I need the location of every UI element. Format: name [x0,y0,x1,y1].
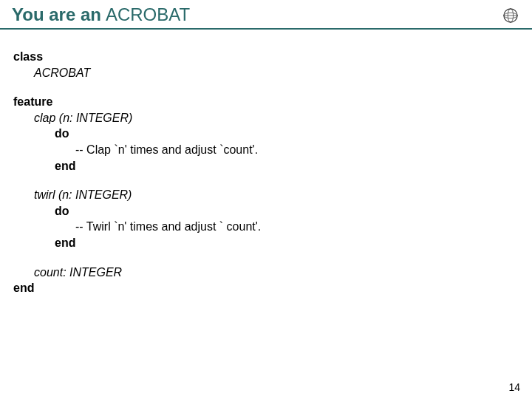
page-number: 14 [508,381,520,393]
feature-block: feature clap (n: INTEGER) do -- Clap `n'… [13,94,519,280]
end-keyword: end [55,236,75,249]
class-decl: class ACROBAT [13,49,519,81]
title-bold-part: You are an [12,4,101,25]
class-name: ACROBAT [34,66,90,79]
code-body: class ACROBAT feature clap (n: INTEGER) … [0,30,532,296]
end-keyword: end [55,160,75,172]
eth-globe-icon [502,7,519,24]
clap-comment: -- Clap `n' times and adjust `count'. [75,143,258,156]
feature-keyword: feature [13,95,52,108]
do-keyword: do [55,127,69,140]
class-keyword: class [13,50,43,63]
end-class-keyword: end [13,282,34,294]
clap-signature: clap (n: INTEGER) [34,112,132,124]
slide-title-bar: You are an ACROBAT [0,0,532,30]
twirl-routine: twirl (n: INTEGER) do -- Twirl `n' times… [13,187,519,250]
twirl-signature: twirl (n: INTEGER) [34,188,132,201]
do-keyword: do [55,205,69,217]
clap-routine: clap (n: INTEGER) do -- Clap `n' times a… [13,110,519,174]
twirl-comment: -- Twirl `n' times and adjust ` count'. [75,220,261,233]
count-signature: count: INTEGER [34,266,122,279]
title-normal-part: ACROBAT [106,4,190,25]
